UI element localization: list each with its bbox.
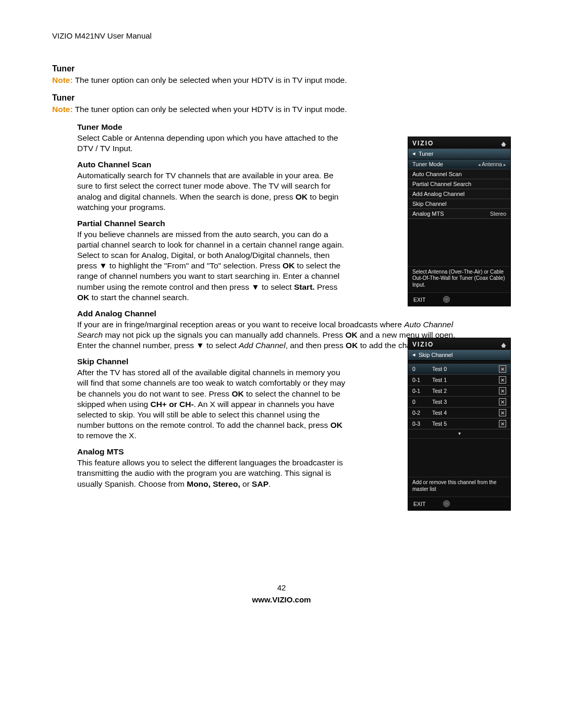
menu-item[interactable]: Auto Channel Scan [408, 169, 510, 179]
menu-item-value: Stereo [490, 211, 506, 217]
sub-title-add-analog: Add Analog Channel [77, 309, 511, 318]
skip-checkbox[interactable]: ✕ [499, 365, 506, 373]
vizio-logo: VIZIO [412, 140, 434, 147]
body-auto-scan: Automatically search for TV channels tha… [77, 170, 348, 213]
menu-item-label: Analog MTS [412, 211, 444, 217]
channel-row[interactable]: 0Test 0✕ [408, 364, 510, 375]
skip-checkbox[interactable]: ✕ [499, 398, 506, 405]
vizio-key-icon[interactable] [443, 500, 450, 507]
more-below-icon[interactable]: ▾ [408, 429, 510, 439]
osd-tuner-menu: VIZIO ◂ Tuner Tuner Mode◂ Antenna ▸Auto … [408, 137, 511, 306]
channel-number: 0 [412, 399, 428, 405]
back-arrow-icon[interactable]: ◂ [412, 351, 415, 358]
channel-number: 0 [412, 366, 428, 372]
channel-name: Test 2 [432, 388, 495, 394]
menu-item-label: Auto Channel Scan [412, 171, 462, 177]
menu-item[interactable]: Tuner Mode◂ Antenna ▸ [408, 159, 510, 169]
channel-name: Test 3 [432, 399, 495, 405]
menu-item-value: ◂ Antenna ▸ [478, 161, 506, 167]
channel-name: Test 5 [432, 421, 495, 427]
menu-item[interactable]: Partial Channel Search [408, 179, 510, 189]
menu-item-label: Skip Channel [412, 201, 446, 207]
body-tuner-mode: Select Cable or Antenna depending upon w… [77, 133, 348, 154]
menu-item[interactable]: Analog MTSStereo [408, 209, 510, 219]
page-footer: 42 www.VIZIO.com [52, 583, 511, 604]
breadcrumb-label: Tuner [419, 151, 433, 157]
skip-checkbox[interactable]: ✕ [499, 387, 506, 394]
channel-number: 0-3 [412, 421, 428, 427]
skip-checkbox[interactable]: ✕ [499, 376, 506, 384]
back-arrow-icon[interactable]: ◂ [412, 150, 415, 157]
channel-row[interactable]: 0Test 3✕ [408, 397, 510, 408]
body-add-analog: If your are in fringe/marginal reception… [77, 319, 463, 351]
home-icon[interactable] [501, 343, 506, 346]
osd-help-text: Select Antenna (Over-The-Air) or Cable O… [408, 266, 510, 293]
channel-row[interactable]: 0-1Test 2✕ [408, 386, 510, 397]
breadcrumb-label: Skip Channel [419, 352, 452, 358]
channel-name: Test 1 [432, 377, 495, 383]
channel-row[interactable]: 0-1Test 1✕ [408, 375, 510, 386]
section-title-tuner-2: Tuner [52, 93, 511, 103]
body-skip: After the TV has stored all of the avail… [77, 367, 348, 441]
footer-url: www.VIZIO.com [52, 595, 511, 604]
vizio-logo: VIZIO [412, 341, 434, 348]
doc-header: VIZIO M421NV User Manual [52, 31, 511, 40]
vizio-key-icon[interactable] [443, 296, 450, 303]
channel-number: 0-1 [412, 377, 428, 383]
channel-number: 0-2 [412, 410, 428, 416]
note-line-2: Note: The tuner option can only be selec… [52, 105, 511, 114]
channel-number: 0-1 [412, 388, 428, 394]
note-text-2: The tuner option can only be selected wh… [73, 105, 347, 114]
channel-row[interactable]: 0-3Test 5✕ [408, 418, 510, 429]
exit-button[interactable]: EXIT [413, 297, 425, 303]
channel-name: Test 4 [432, 410, 495, 416]
osd-header: VIZIO [408, 338, 510, 350]
osd-skip-channel-menu: VIZIO ◂ Skip Channel 0Test 0✕0-1Test 1✕0… [408, 338, 511, 511]
note-label-1: Note: [52, 76, 73, 84]
channel-row[interactable]: 0-2Test 4✕ [408, 408, 510, 418]
body-analog-mts: This feature allows you to select the di… [77, 458, 348, 489]
menu-item[interactable]: Skip Channel [408, 199, 510, 209]
osd-breadcrumb[interactable]: ◂ Skip Channel [408, 350, 510, 361]
section-title-tuner-1: Tuner [52, 64, 511, 73]
note-line-1: Note: The tuner option can only be selec… [52, 76, 511, 85]
exit-button[interactable]: EXIT [413, 501, 425, 507]
skip-checkbox[interactable]: ✕ [499, 420, 506, 427]
skip-checkbox[interactable]: ✕ [499, 409, 506, 416]
note-text-1: The tuner option can only be selected wh… [73, 76, 347, 84]
menu-item-label: Tuner Mode [412, 161, 443, 167]
osd-help-text: Add or remove this channel from the mast… [408, 477, 510, 497]
note-label-2: Note: [52, 105, 73, 114]
osd-header: VIZIO [408, 137, 510, 149]
osd-breadcrumb[interactable]: ◂ Tuner [408, 149, 510, 159]
menu-item-label: Add Analog Channel [412, 191, 464, 197]
body-partial: If you believe channels are missed from … [77, 229, 348, 303]
home-icon[interactable] [501, 142, 506, 145]
menu-item[interactable]: Add Analog Channel [408, 189, 510, 199]
menu-item-label: Partial Channel Search [412, 181, 471, 187]
sub-title-tuner-mode: Tuner Mode [77, 122, 511, 132]
channel-name: Test 0 [432, 366, 495, 372]
page-number: 42 [52, 583, 511, 592]
